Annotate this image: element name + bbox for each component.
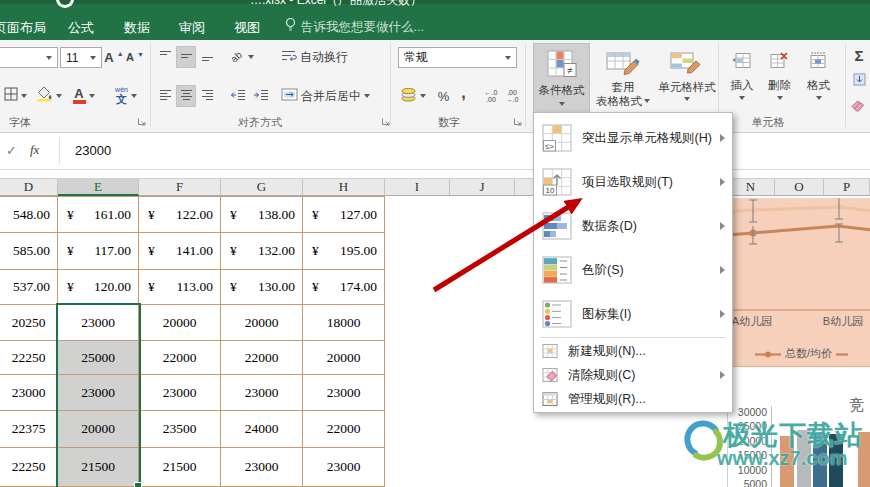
fill-handle[interactable] (134, 482, 142, 487)
cell[interactable]: ¥113.00 (139, 270, 221, 305)
cell[interactable]: ¥127.00 (303, 196, 385, 233)
cell[interactable]: 23000 (303, 375, 385, 411)
merge-center-button[interactable]: 合并后居中 (281, 85, 370, 107)
menu-item-manage-rules[interactable]: 管理规则(R)... (534, 387, 732, 411)
phonetic-guide-button[interactable]: wén文 (108, 83, 144, 108)
cell[interactable]: 23000 (221, 375, 303, 411)
cell[interactable]: ¥161.00 (58, 196, 139, 233)
increase-indent-button[interactable] (250, 85, 271, 107)
decrease-indent-button[interactable] (227, 85, 248, 107)
cell[interactable]: 548.00 (0, 196, 58, 233)
insert-function-icon[interactable]: fx (30, 142, 39, 158)
cell[interactable]: 22000 (303, 411, 385, 448)
column-header-I[interactable]: I (385, 179, 450, 195)
fill-down-button[interactable] (849, 71, 869, 91)
tab-3[interactable]: 数据 (124, 19, 150, 37)
cell[interactable]: 23000 (58, 375, 139, 411)
cell[interactable]: 22250 (0, 341, 58, 375)
menu-item-highlight-cells-rules[interactable]: ≤>突出显示单元格规则(H) (534, 116, 732, 160)
tab-1[interactable]: 页面布局 (0, 19, 46, 37)
align-middle-button[interactable] (176, 46, 196, 68)
number-dialog-launcher-icon[interactable] (511, 115, 523, 127)
cell[interactable]: ¥195.00 (303, 233, 385, 270)
menu-item-color-scales[interactable]: 色阶(S) (534, 248, 732, 292)
cell[interactable]: 22000 (221, 341, 303, 375)
orientation-button[interactable]: ab (227, 46, 256, 68)
cell[interactable]: 20000 (221, 305, 303, 341)
column-header-G[interactable]: G (221, 179, 303, 195)
cell[interactable]: ¥141.00 (139, 233, 221, 270)
column-header-P[interactable]: P (824, 179, 870, 195)
clear-button[interactable] (848, 97, 868, 117)
fill-color-button[interactable] (33, 85, 65, 107)
cell[interactable]: 22250 (0, 448, 58, 487)
menu-item-icon-sets[interactable]: 图标集(I) (534, 292, 732, 336)
cell[interactable]: ¥122.00 (139, 196, 221, 233)
menu-item-top-bottom-rules[interactable]: 10项目选取规则(T) (534, 160, 732, 204)
align-center-button[interactable] (176, 85, 196, 107)
percent-style-button[interactable]: % (434, 85, 453, 107)
formula-input[interactable]: 23000 (75, 143, 111, 158)
cell[interactable]: ¥130.00 (221, 270, 303, 305)
cell[interactable]: 23500 (139, 411, 221, 448)
column-header-H[interactable]: H (303, 179, 385, 195)
number-format-combo[interactable]: 常规 (398, 47, 517, 68)
align-right-button[interactable] (197, 85, 217, 107)
tell-me-box[interactable]: 告诉我您想要做什么... (301, 19, 424, 36)
cell[interactable]: ¥120.00 (58, 270, 139, 305)
cell[interactable]: 23000 (303, 448, 385, 487)
column-header-E[interactable]: E (58, 179, 139, 196)
autosum-button[interactable]: Σ (849, 45, 869, 65)
cell[interactable]: 20000 (139, 305, 221, 341)
align-left-button[interactable] (155, 85, 175, 107)
menu-item-data-bars[interactable]: 数据条(D) (534, 204, 732, 248)
cell[interactable]: 20000 (303, 341, 385, 375)
font-name-combo[interactable] (0, 47, 58, 68)
cell[interactable]: ¥174.00 (303, 270, 385, 305)
menu-item-clear-rules[interactable]: 清除规则(C) (534, 363, 732, 387)
cell[interactable]: 22000 (139, 341, 221, 375)
font-size-combo[interactable]: 11 (60, 47, 102, 68)
column-header-J[interactable]: J (450, 179, 515, 195)
column-header-O[interactable]: O (775, 179, 824, 195)
font-dialog-launcher-icon[interactable] (135, 115, 147, 127)
cell[interactable]: 22375 (0, 411, 58, 448)
tab-4[interactable]: 审阅 (179, 19, 205, 37)
cell[interactable]: ¥138.00 (221, 196, 303, 233)
decrease-decimal-button[interactable]: .00→.0 (502, 85, 522, 107)
increase-decimal-button[interactable]: ←.0.00 (481, 85, 501, 107)
column-header-N[interactable]: N (727, 179, 775, 195)
cell[interactable]: 23000 (58, 305, 139, 341)
cell[interactable]: 25000 (58, 341, 139, 375)
cell[interactable]: 21500 (58, 448, 139, 487)
font-color-button[interactable]: A (68, 85, 99, 107)
decrease-font-size-button[interactable]: A▼ (125, 47, 145, 68)
enter-check-icon[interactable]: ✓ (6, 143, 17, 158)
cell[interactable]: 20000 (58, 411, 139, 448)
align-top-button[interactable] (155, 46, 175, 68)
cell[interactable]: 21500 (139, 448, 221, 487)
line-chart[interactable]: A幼儿园 B幼儿园 总数/均价 (733, 198, 870, 367)
bar-chart[interactable]: 竞 30000250002000015000100005000 (727, 370, 870, 487)
cell[interactable]: 20250 (0, 305, 58, 341)
cell[interactable]: 24000 (221, 411, 303, 448)
cell[interactable]: ¥117.00 (58, 233, 139, 270)
cell[interactable]: 23000 (221, 448, 303, 487)
tab-2[interactable]: 公式 (68, 19, 94, 37)
wrap-text-button[interactable]: 自动换行 (281, 46, 348, 68)
column-header-D[interactable]: D (0, 179, 58, 195)
menu-item-new-rule[interactable]: 新建规则(N)... (534, 339, 732, 363)
align-bottom-button[interactable] (197, 46, 217, 68)
cell[interactable]: 18000 (303, 305, 385, 341)
cell[interactable]: 23000 (139, 375, 221, 411)
accounting-format-button[interactable] (396, 85, 429, 107)
borders-button[interactable] (1, 85, 29, 107)
cell[interactable]: 23000 (0, 375, 58, 411)
comma-style-button[interactable]: , (456, 82, 471, 104)
increase-font-size-button[interactable]: A▲ (104, 47, 124, 68)
cell[interactable]: 585.00 (0, 233, 58, 270)
column-header-F[interactable]: F (139, 179, 221, 195)
cell[interactable]: 537.00 (0, 270, 58, 305)
cell[interactable]: ¥132.00 (221, 233, 303, 270)
tab-5[interactable]: 视图 (234, 19, 260, 37)
